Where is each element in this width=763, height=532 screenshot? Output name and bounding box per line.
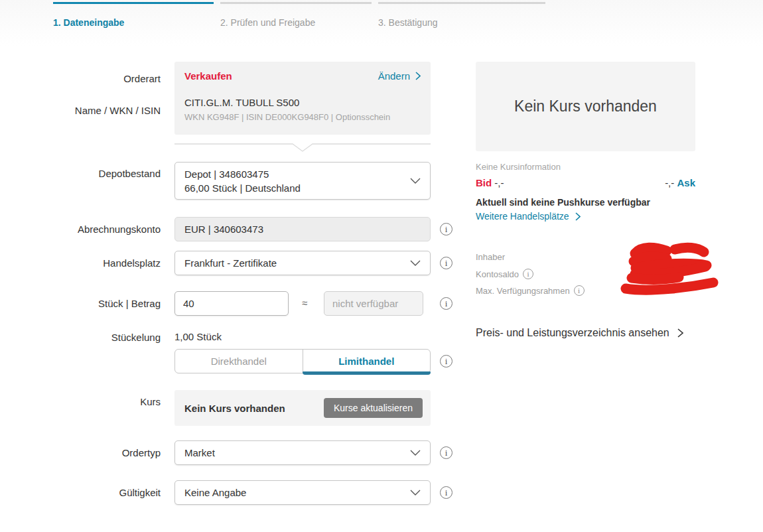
no-quote-text: Kein Kurs vorhanden <box>514 98 657 115</box>
ordertyp-info-icon[interactable]: i <box>440 446 452 459</box>
chevron-down-icon <box>410 490 421 496</box>
stueckelung-value: 1,00 Stück <box>174 331 222 342</box>
depotbestand-line2: 66,00 Stück | Deutschland <box>184 181 301 195</box>
preisverzeichnis-label: Preis- und Leistungsverzeichnis ansehen <box>476 327 669 339</box>
gueltigkeit-info-icon[interactable]: i <box>440 486 452 499</box>
step-label: 2. Prüfen und Freigabe <box>220 17 372 28</box>
abrechnungskonto-field: EUR | 340603473 <box>174 217 431 241</box>
chevron-right-icon <box>575 212 581 221</box>
tab-direkthandel-label: Direkthandel <box>211 356 267 367</box>
orderart-label: Orderart <box>0 73 161 84</box>
kontosaldo-row: Kontosaldo i <box>476 269 533 279</box>
kurse-aktualisieren-button[interactable]: Kurse aktualisieren <box>324 398 423 418</box>
bid-label: Bid <box>476 177 492 188</box>
step-progress-bar <box>378 2 545 4</box>
change-order-link[interactable]: Ändern <box>378 70 421 82</box>
order-page: 1. Dateneingabe 2. Prüfen und Freigabe 3… <box>0 0 763 532</box>
weitere-handelsplaetze-label: Weitere Handelsplätze <box>476 211 569 222</box>
no-quote-box: Kein Kurs vorhanden <box>476 62 695 151</box>
gueltigkeit-value: Keine Angabe <box>184 487 246 498</box>
handelsplatz-info-icon[interactable]: i <box>440 257 452 269</box>
abrechnungskonto-label: Abrechnungskonto <box>0 224 161 235</box>
active-tab-underline <box>303 371 431 375</box>
push-quote-notice: Aktuell sind keine Pushkurse verfügbar <box>476 197 650 208</box>
abrechnungskonto-info-icon[interactable]: i <box>440 223 452 235</box>
step-label: 3. Bestätigung <box>378 17 545 28</box>
step-dateneingabe: 1. Dateneingabe <box>53 2 214 28</box>
tab-limithandel-label: Limithandel <box>338 356 394 367</box>
ask-label: Ask <box>677 177 695 188</box>
depotbestand-label: Depotbestand <box>0 168 161 179</box>
max-verfuegungsrahmen-row: Max. Verfügungsrahmen i <box>476 285 585 296</box>
kontosaldo-info-icon[interactable]: i <box>523 269 533 279</box>
security-details: WKN KG948F | ISIN DE000KG948F0 | Options… <box>184 112 421 122</box>
order-side-value: Verkaufen <box>184 70 232 82</box>
security-name: CITI.GL.M. TUBULL S500 <box>184 97 421 108</box>
ask-value: -,- <box>665 177 674 188</box>
step-progress-bar <box>53 2 214 4</box>
depotbestand-line1: Depot | 348603475 <box>184 167 301 181</box>
no-quote-info-text: Keine Kursinformation <box>476 162 561 172</box>
kurs-status: Kein Kurs vorhanden <box>184 403 285 414</box>
weitere-handelsplaetze-link[interactable]: Weitere Handelsplätze <box>476 211 581 222</box>
chevron-down-icon <box>410 178 421 184</box>
chevron-down-icon <box>410 260 421 266</box>
inhaber-row: Inhaber <box>476 252 505 262</box>
max-verfuegungsrahmen-info-icon[interactable]: i <box>574 285 585 296</box>
chevron-right-icon <box>415 72 421 80</box>
handelsplatz-label: Handelsplatz <box>0 257 161 269</box>
ordertyp-select[interactable]: Market <box>174 440 431 465</box>
step-bestaetigung: 3. Bestätigung <box>378 2 545 28</box>
kontosaldo-label: Kontosaldo <box>476 269 519 279</box>
step-progress-bar <box>220 2 372 4</box>
step-pruefen-freigabe: 2. Prüfen und Freigabe <box>220 2 372 28</box>
chevron-right-icon <box>677 328 683 338</box>
step-label: 1. Dateneingabe <box>53 17 214 28</box>
kurs-label: Kurs <box>0 396 161 407</box>
tab-limithandel[interactable]: Limithandel <box>303 350 431 373</box>
max-verfuegungsrahmen-label: Max. Verfügungsrahmen <box>476 286 570 296</box>
stueck-input[interactable] <box>174 291 289 316</box>
ask-group: -,- Ask <box>665 177 695 188</box>
tab-direkthandel[interactable]: Direkthandel <box>175 350 303 373</box>
name-wkn-isin-label: Name / WKN / ISIN <box>0 105 161 116</box>
handelsplatz-value: Frankfurt - Zertifikate <box>184 257 277 269</box>
bid-value: -,- <box>494 177 504 188</box>
ordertyp-label: Ordertyp <box>0 447 161 458</box>
betrag-field <box>324 291 423 316</box>
approx-symbol: ≈ <box>302 297 307 308</box>
abrechnungskonto-value: EUR | 340603473 <box>184 224 263 235</box>
section-divider-notch <box>174 143 431 153</box>
kurs-box: Kein Kurs vorhanden Kurse aktualisieren <box>174 390 431 426</box>
handelsplatz-select[interactable]: Frankfurt - Zertifikate <box>174 251 431 275</box>
gueltigkeit-label: Gültigkeit <box>0 487 161 498</box>
inhaber-label: Inhaber <box>476 252 505 262</box>
chevron-down-icon <box>410 450 421 456</box>
gueltigkeit-select[interactable]: Keine Angabe <box>174 480 431 505</box>
preisverzeichnis-link[interactable]: Preis- und Leistungsverzeichnis ansehen <box>476 327 683 339</box>
step-indicator: 1. Dateneingabe 2. Prüfen und Freigabe 3… <box>53 2 545 28</box>
stueck-betrag-label: Stück | Betrag <box>0 298 161 309</box>
bid-ask-row: Bid -,- -,- Ask <box>476 177 695 188</box>
stueckelung-info-icon[interactable]: i <box>440 355 452 367</box>
bid-group: Bid -,- <box>476 177 504 188</box>
ordertyp-value: Market <box>184 447 215 458</box>
redaction-scribble <box>614 239 723 302</box>
security-summary-box: Verkaufen Ändern CITI.GL.M. TUBULL S500 … <box>174 62 431 135</box>
stueck-betrag-info-icon[interactable]: i <box>440 297 452 310</box>
stueckelung-label: Stückelung <box>0 332 161 343</box>
depotbestand-select[interactable]: Depot | 348603475 66,00 Stück | Deutschl… <box>174 162 431 200</box>
change-order-label: Ändern <box>378 70 410 82</box>
handel-tabs: Direkthandel Limithandel <box>174 349 431 373</box>
